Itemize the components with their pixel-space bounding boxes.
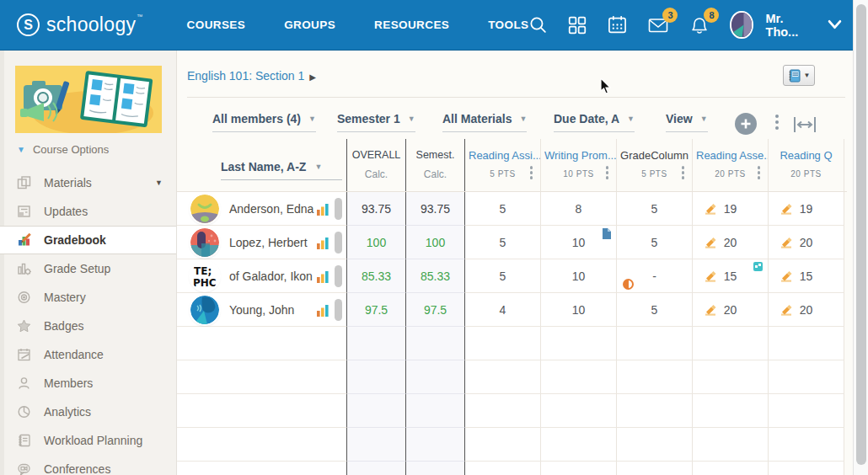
assignment-title[interactable]: GradeColumn [617,149,692,162]
grade-cell[interactable]: 5 [617,192,693,226]
row-scroll-handle[interactable] [335,198,342,220]
page-scrollbar[interactable] [853,0,868,475]
sidebar-item-conferences[interactable]: Conferences [0,455,176,475]
nav-item-courses[interactable]: COURSES [187,19,246,31]
course-options-toggle[interactable]: ▼ Course Options [17,143,109,156]
nav-item-groups[interactable]: GROUPS [284,19,335,31]
grade-cell[interactable]: 20 [769,226,844,259]
sort-students-control[interactable]: Last Name, A-Z ▼ [221,160,342,180]
student-stats-icon[interactable] [317,237,329,253]
add-column-button[interactable] [735,113,757,135]
column-kebab-icon[interactable] [682,166,685,179]
semester-grade-cell[interactable]: 93.75 [406,192,465,226]
messages-icon[interactable]: 3 [647,14,669,36]
grade-cell[interactable]: 5 [465,259,541,293]
grade-cell[interactable]: 5 [465,192,541,226]
sidebar-menu: Materials ▼ Updates Gradebook Grade Setu… [0,168,176,475]
sidebar-item-analytics[interactable]: Analytics [0,398,176,426]
empty-cell [769,394,844,428]
grade-cell[interactable]: 15 [769,259,844,293]
materials-caret-icon[interactable]: ▼ [155,179,163,187]
sidebar-item-workload-planning[interactable]: Workload Planning [0,426,176,455]
submission-document-icon[interactable] [602,228,611,242]
page-scrollbar-thumb[interactable] [856,4,866,465]
view-button-caret-icon: ▼ [804,72,811,79]
grade-cell[interactable]: 19 [769,192,844,226]
row-scroll-handle[interactable] [335,299,342,321]
assignment-title-link[interactable]: Reading Assi... [465,149,540,162]
assignment-title-link[interactable]: Writing Prom... [541,149,616,162]
comment-indicator-icon[interactable] [753,262,763,271]
semester-grade-cell[interactable]: 97.5 [406,293,465,327]
semester-grade-cell[interactable]: 85.33 [406,259,465,293]
grade-cell[interactable]: 20 [769,293,844,327]
student-cell[interactable]: Lopez, Herbert [177,226,347,259]
grade-cell[interactable]: 10 [541,293,617,327]
breadcrumb[interactable]: English 101: Section 1▶ [187,69,316,83]
column-kebab-icon[interactable] [530,166,533,179]
sidebar-item-gradebook[interactable]: Gradebook [0,226,176,254]
schoology-logo[interactable]: S schoology™ [17,13,143,36]
notifications-bell-icon[interactable]: 8 [689,14,710,36]
members-filter[interactable]: All members (4)▼ [212,112,316,132]
grade-cell[interactable]: 20 [693,226,769,259]
assignment-title-link[interactable]: Reading Q [769,149,844,162]
grade-cell[interactable]: 5 [617,226,693,259]
user-name[interactable]: Mr. Tho... [766,12,809,39]
overall-grade-cell[interactable]: 100 [347,226,406,259]
grade-cell[interactable]: 5 [617,293,693,327]
student-cell[interactable]: Young, John [177,293,347,327]
sidebar-item-grade-setup[interactable]: Grade Setup [0,254,176,283]
row-scroll-handle[interactable] [335,265,342,287]
sidebar-item-attendance[interactable]: Attendance [0,340,176,369]
sidebar-item-updates[interactable]: Updates [0,197,176,226]
sidebar-item-materials[interactable]: Materials ▼ [0,168,176,197]
student-stats-icon[interactable] [317,270,329,286]
sidebar-item-badges[interactable]: Badges [0,312,176,340]
sort-order-filter[interactable]: Due Date, A▼ [554,112,635,132]
overall-grade-cell[interactable]: 85.33 [347,259,406,293]
app-grid-icon[interactable] [567,14,587,36]
student-stats-icon[interactable] [317,304,329,320]
more-options-kebab-icon[interactable] [772,115,782,130]
grade-cell[interactable]: 8 [541,192,617,226]
grade-cell[interactable]: - [617,259,693,293]
gradebook-view-button[interactable]: ▼ [783,65,815,86]
student-stats-icon[interactable] [317,203,329,219]
nav-item-tools[interactable]: TOOLS [488,19,528,31]
user-menu-chevron-down-icon[interactable] [828,18,842,33]
grade-cell[interactable]: 10 [541,259,617,293]
semester-grade-cell[interactable]: 100 [406,226,465,259]
overall-grade-cell[interactable]: 93.75 [347,192,406,226]
semester-column-header[interactable]: Semest. Calc. [406,139,465,191]
column-kebab-icon[interactable] [758,166,761,179]
empty-row [177,462,847,475]
grade-cell[interactable]: 20 [693,293,769,327]
grade-cell[interactable]: 5 [465,226,541,259]
overall-grade-cell[interactable]: 97.5 [347,293,406,327]
overall-column-header[interactable]: OVERALL Calc. [347,139,406,191]
empty-cell [617,428,693,462]
view-filter[interactable]: View▼ [666,112,708,132]
grade-cell[interactable]: 19 [693,192,769,226]
grade-cell[interactable]: 4 [465,293,541,327]
calendar-icon[interactable] [607,14,628,36]
student-cell[interactable]: TE;PHC of Galador, Ikon [177,259,347,293]
assignment-title-link[interactable]: Reading Asse... [693,149,768,162]
search-icon[interactable] [528,14,548,36]
course-cover-image[interactable] [15,66,162,133]
row-scroll-handle[interactable] [335,232,342,254]
sidebar-item-members[interactable]: Members [0,369,176,398]
schoology-gradebook-page: S schoology™ COURSES GROUPS RESOURCES TO… [0,0,868,475]
grading-period-filter[interactable]: Semester 1▼ [337,112,415,132]
student-cell[interactable]: Anderson, Edna [177,192,347,226]
grade-cell[interactable]: 15 [693,259,769,293]
column-kebab-icon[interactable] [606,166,609,179]
primary-nav: COURSES GROUPS RESOURCES TOOLS [187,19,529,31]
grade-cell[interactable]: 10 [541,226,617,259]
nav-item-resources[interactable]: RESOURCES [374,19,449,31]
materials-filter[interactable]: All Materials▼ [442,112,527,132]
expand-columns-icon[interactable] [793,115,817,137]
sidebar-item-mastery[interactable]: Mastery [0,283,176,312]
user-avatar[interactable] [730,11,753,39]
